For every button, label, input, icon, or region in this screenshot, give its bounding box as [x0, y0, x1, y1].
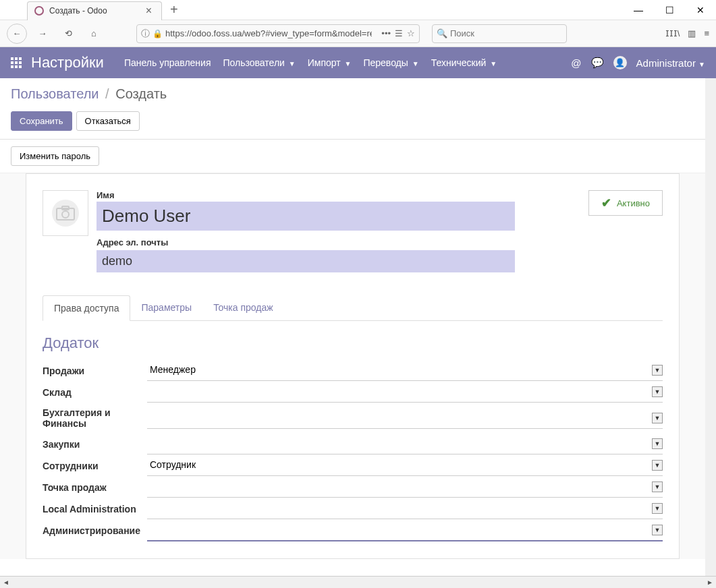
- label-admin: Администрирование: [43, 521, 147, 540]
- breadcrumb-sep: /: [105, 86, 109, 101]
- search-input[interactable]: [450, 28, 563, 38]
- svg-rect-2: [19, 57, 22, 60]
- breadcrumb-current: Создать: [115, 86, 167, 101]
- select-local-admin[interactable]: ▼: [147, 498, 663, 519]
- label-warehouse: Склад: [43, 383, 147, 402]
- save-button[interactable]: Сохранить: [11, 111, 72, 131]
- more-icon[interactable]: •••: [381, 28, 391, 38]
- reader-icon[interactable]: ☰: [395, 28, 403, 38]
- star-icon[interactable]: ☆: [407, 28, 415, 38]
- maximize-button[interactable]: ☐: [654, 0, 685, 20]
- tab-pos[interactable]: Точка продаж: [202, 295, 284, 320]
- select-purchases[interactable]: ▼: [147, 434, 663, 454]
- svg-rect-1: [15, 57, 18, 60]
- chevron-down-icon[interactable]: ▼: [652, 365, 663, 376]
- menu-import[interactable]: Импорт ▼: [308, 57, 352, 68]
- url-text: https://odoo.foss.ua/web?#view_type=form…: [165, 28, 372, 38]
- forward-button[interactable]: →: [32, 24, 53, 44]
- browser-tab[interactable]: Создать - Odoo ×: [27, 1, 162, 20]
- select-sales[interactable]: Менеджер ▼: [147, 360, 663, 381]
- tabs: Права доступа Параметры Точка продаж: [43, 295, 663, 321]
- name-label: Имя: [97, 190, 515, 200]
- active-label: Активно: [617, 198, 650, 208]
- section-title: Додаток: [43, 334, 663, 352]
- url-bar[interactable]: ⓘ 🔒 https://odoo.foss.ua/web?#view_type=…: [136, 24, 420, 43]
- scroll-left-icon[interactable]: ◄: [0, 577, 12, 589]
- discard-button[interactable]: Отказаться: [76, 111, 140, 131]
- camera-icon: [52, 200, 79, 227]
- apps-grid-icon[interactable]: [11, 57, 22, 68]
- label-pos: Точка продаж: [43, 478, 147, 497]
- search-icon: 🔍: [437, 28, 447, 38]
- svg-rect-8: [19, 65, 22, 68]
- breadcrumb-parent[interactable]: Пользователи: [11, 86, 99, 101]
- tab-access-rights[interactable]: Права доступа: [43, 295, 130, 321]
- change-password-button[interactable]: Изменить пароль: [11, 146, 99, 166]
- email-label: Адрес эл. почты: [97, 237, 515, 247]
- label-local-admin: Local Administration: [43, 500, 147, 519]
- search-bar[interactable]: 🔍: [432, 24, 567, 43]
- reload-button[interactable]: ⟲: [58, 24, 78, 44]
- svg-rect-0: [11, 57, 13, 60]
- browser-toolbar: ← → ⟲ ⌂ ⓘ 🔒 https://odoo.foss.ua/web?#vi…: [0, 20, 716, 47]
- name-input[interactable]: [97, 202, 515, 231]
- chevron-down-icon[interactable]: ▼: [652, 413, 663, 423]
- caret-down-icon: ▼: [698, 61, 705, 68]
- app-title: Настройки: [31, 54, 104, 71]
- svg-point-11: [62, 211, 69, 218]
- user-menu[interactable]: Administrator ▼: [636, 57, 705, 69]
- new-tab-button[interactable]: +: [162, 2, 186, 18]
- menu-translations[interactable]: Переводы ▼: [363, 57, 418, 68]
- chevron-down-icon[interactable]: ▼: [652, 481, 663, 492]
- menu-icon[interactable]: ≡: [704, 28, 709, 38]
- chevron-down-icon[interactable]: ▼: [652, 438, 663, 449]
- home-button[interactable]: ⌂: [84, 24, 104, 44]
- tab-close-icon[interactable]: ×: [143, 5, 155, 17]
- user-avatar-icon: 👤: [613, 56, 627, 69]
- horizontal-scrollbar[interactable]: ◄ ►: [0, 576, 716, 588]
- email-input[interactable]: [97, 250, 515, 272]
- sidebar-icon[interactable]: ▥: [688, 28, 696, 38]
- select-warehouse[interactable]: ▼: [147, 382, 663, 403]
- chevron-down-icon[interactable]: ▼: [652, 503, 663, 514]
- form-sheet: Имя Адрес эл. почты ✔ Активно Права дост…: [26, 173, 680, 559]
- label-employees: Сотрудники: [43, 457, 147, 475]
- select-pos[interactable]: ▼: [147, 477, 663, 498]
- caret-down-icon: ▼: [490, 60, 497, 67]
- chevron-down-icon[interactable]: ▼: [652, 525, 663, 535]
- chevron-down-icon[interactable]: ▼: [652, 460, 663, 471]
- svg-rect-5: [19, 61, 22, 64]
- menu-users[interactable]: Пользователи ▼: [223, 57, 296, 68]
- menu-control-panel[interactable]: Панель управления: [124, 57, 211, 68]
- mentions-icon[interactable]: @: [571, 57, 581, 69]
- scroll-right-icon[interactable]: ►: [704, 577, 716, 589]
- control-panel: Пользователи / Создать Сохранить Отказат…: [0, 78, 705, 140]
- svg-rect-4: [15, 61, 18, 64]
- browser-titlebar: Создать - Odoo × + — ☐ ✕: [0, 0, 716, 20]
- avatar-upload[interactable]: [43, 190, 88, 236]
- label-sales: Продажи: [43, 361, 147, 380]
- minimize-button[interactable]: —: [623, 0, 654, 20]
- caret-down-icon: ▼: [412, 60, 419, 67]
- svg-rect-3: [11, 61, 13, 64]
- content-area: Пользователи / Создать Сохранить Отказат…: [0, 78, 716, 576]
- back-button[interactable]: ←: [7, 24, 27, 44]
- select-accounting[interactable]: ▼: [147, 408, 663, 429]
- breadcrumb: Пользователи / Создать: [11, 86, 694, 102]
- select-admin[interactable]: ▼: [147, 520, 663, 541]
- caret-down-icon: ▼: [345, 60, 352, 67]
- check-icon: ✔: [601, 196, 611, 210]
- chevron-down-icon[interactable]: ▼: [652, 386, 663, 397]
- tab-favicon-icon: [34, 6, 44, 16]
- select-employees[interactable]: Сотрудник ▼: [147, 455, 663, 476]
- tab-parameters[interactable]: Параметры: [130, 295, 202, 320]
- menu-technical[interactable]: Технический ▼: [431, 57, 497, 68]
- active-toggle[interactable]: ✔ Активно: [588, 190, 663, 216]
- library-icon[interactable]: 𝖨𝖨𝖨\: [665, 28, 680, 38]
- svg-rect-6: [11, 65, 13, 68]
- chat-icon[interactable]: 💬: [591, 57, 604, 69]
- close-window-button[interactable]: ✕: [685, 0, 716, 20]
- info-icon[interactable]: ⓘ: [141, 28, 150, 40]
- app-navbar: Настройки Панель управления Пользователи…: [0, 47, 716, 78]
- tab-title: Создать - Odoo: [49, 6, 143, 16]
